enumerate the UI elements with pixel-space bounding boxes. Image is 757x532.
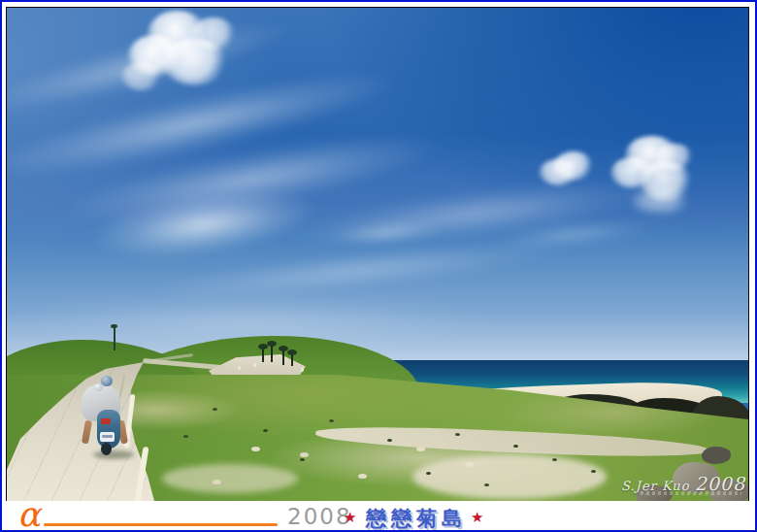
- rider-helmet: [94, 383, 103, 391]
- license-plate-text: [102, 435, 113, 438]
- coastal-photo: S.Jer Kuo 2008: [6, 7, 749, 502]
- cloud-right-large: [628, 190, 696, 212]
- cloud-main: [191, 17, 236, 50]
- scooter-wheel: [101, 443, 112, 455]
- caption-title: 戀戀菊島: [366, 505, 467, 532]
- watermark-subline: [641, 491, 741, 495]
- coral-patch: [412, 454, 607, 499]
- scooter-shadow: [93, 450, 134, 459]
- alpha-logo: α: [17, 497, 41, 532]
- palm-trunk: [282, 349, 284, 365]
- rider-leg: [82, 420, 92, 445]
- distant-figure: [301, 368, 304, 372]
- cloud-main: [121, 62, 162, 91]
- antenna-pole: [114, 326, 115, 350]
- coral-patch: [162, 464, 298, 493]
- antenna-top: [111, 324, 117, 328]
- cloud-right-large: [655, 144, 694, 171]
- palm-trunk: [262, 348, 264, 362]
- caption-rule: [44, 523, 278, 526]
- photographer-watermark: S.Jer Kuo 2008: [604, 473, 745, 498]
- palm-canopy: [287, 349, 297, 355]
- palm-trunk: [271, 345, 273, 362]
- boulder: [702, 447, 731, 464]
- scooter-taillight: [101, 418, 111, 424]
- palm-canopy: [267, 341, 277, 347]
- scattered-coral-stones: [7, 8, 16, 13]
- cloud-right-small: [553, 151, 594, 181]
- rider-helmet: [101, 376, 113, 386]
- distant-figure: [253, 363, 256, 367]
- distant-figure: [238, 366, 241, 370]
- scooter-with-riders: [77, 369, 131, 462]
- license-plate: [100, 432, 115, 442]
- star-icon: ★: [471, 509, 483, 526]
- caption-bar: α 2008 ★ 戀戀菊島 ★: [2, 501, 757, 532]
- caption-year: 2008: [287, 504, 352, 529]
- framed-photo-page: S.Jer Kuo 2008 α 2008 ★ 戀戀菊島 ★: [0, 0, 757, 532]
- star-icon: ★: [344, 509, 356, 526]
